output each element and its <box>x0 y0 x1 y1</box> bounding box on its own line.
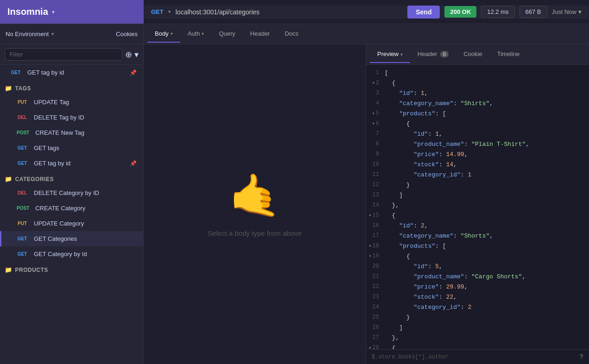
method-badge: GET <box>14 160 30 167</box>
add-button[interactable]: ⊕ ▾ <box>125 50 139 60</box>
code-line: 13 ] <box>366 191 589 201</box>
tab-preview[interactable]: Preview ▾ <box>370 46 410 63</box>
tab-header[interactable]: Header <box>243 25 278 43</box>
url-display[interactable]: localhost:3001/api/categories <box>176 8 403 16</box>
folder-icon: 📁 <box>5 85 13 92</box>
env-bar: No Environment ▾ Cookies <box>0 24 143 44</box>
app-chevron[interactable]: ▾ <box>52 9 55 15</box>
timestamp: Just Now ▾ <box>552 8 582 15</box>
panels: 🤙 Select a body type from above Preview … <box>144 44 589 364</box>
section-tags[interactable]: 📁 TAGS <box>0 80 143 94</box>
code-line: 9 "price": 14.99, <box>366 150 589 160</box>
tab-query[interactable]: Query <box>211 25 242 43</box>
code-line: 8 "product_name": "Plain T-Shirt", <box>366 140 589 150</box>
code-line: 25 } <box>366 313 589 323</box>
send-button[interactable]: Send <box>407 6 440 19</box>
tab-cookie[interactable]: Cookie <box>456 46 489 63</box>
sidebar-item-get-categories[interactable]: GET GET Categories <box>0 231 143 246</box>
pin-icon: 📌 <box>130 160 137 167</box>
filter-input[interactable] <box>5 48 122 61</box>
method-badge: PUT <box>14 99 30 106</box>
code-line: ▾18 "products": [ <box>366 242 589 252</box>
sidebar-item-get-category-id[interactable]: GET GET Category by Id <box>0 246 143 262</box>
method-badge: DEL <box>14 114 30 121</box>
tab-resp-header[interactable]: Header 6 <box>410 46 456 63</box>
help-icon[interactable]: ? <box>580 353 583 361</box>
code-line: 12 } <box>366 181 589 191</box>
section-products[interactable]: 📁 PRODUCTS <box>0 262 143 276</box>
status-badge: 200 OK <box>444 6 476 18</box>
request-tabs: Body ▾ Auth ▾ Query Header Docs <box>144 24 589 44</box>
bottom-bar: $.store.books[*].author ? <box>366 349 589 364</box>
request-bar: GET ▾ localhost:3001/api/categories Send… <box>144 6 589 19</box>
code-line: 20 "id": 5, <box>366 262 589 272</box>
tab-body[interactable]: Body ▾ <box>147 25 180 43</box>
sidebar-item-label: GET Category by Id <box>34 251 87 257</box>
sidebar-item-label: GET Categories <box>34 235 77 242</box>
sidebar-item-get-tags[interactable]: GET GET tags <box>0 140 143 156</box>
section-categories[interactable]: 📁 CATEGORIES <box>0 171 143 185</box>
sidebar-item-label: UPDATE Category <box>34 220 84 227</box>
tab-timeline[interactable]: Timeline <box>490 46 527 63</box>
section-label: TAGS <box>15 85 31 92</box>
method-chevron[interactable]: ▾ <box>168 9 171 15</box>
folder-icon: 📁 <box>5 266 13 273</box>
code-line: 21 "product_name": "Cargo Shorts", <box>366 272 589 282</box>
method-badge: POST <box>14 205 32 212</box>
sidebar-item-create-tag[interactable]: POST CREATE New Tag <box>0 125 143 140</box>
method-badge: PUT <box>14 220 30 227</box>
method-badge: GET <box>14 144 30 151</box>
code-line: ▾2 { <box>366 79 589 89</box>
method-badge: GET <box>8 69 24 76</box>
code-line: 17 "category_name": "Shorts", <box>366 232 589 242</box>
method-badge: POST <box>14 129 32 136</box>
sidebar-item-label: CREATE Category <box>35 205 85 212</box>
response-tabs: Preview ▾ Header 6 Cookie Timeline <box>366 44 589 65</box>
code-line: 4 "category_name": "Shirts", <box>366 99 589 109</box>
size-stat: 667 B <box>519 6 547 18</box>
sidebar: No Environment ▾ Cookies ⊕ ▾ GET GET tag… <box>0 24 144 364</box>
code-line: ▾28 { <box>366 344 589 349</box>
time-stat: 12.2 ms <box>481 6 514 18</box>
code-line: ▾19 { <box>366 252 589 262</box>
code-line: 16 "id": 2, <box>366 221 589 232</box>
sidebar-item-get-tag-pinned[interactable]: GET GET tag by id 📌 <box>0 65 143 80</box>
right-panel: Body ▾ Auth ▾ Query Header Docs 🤙 Select <box>144 24 589 364</box>
tab-auth[interactable]: Auth ▾ <box>180 25 212 43</box>
sidebar-item-label: GET tag by id <box>27 69 64 76</box>
code-line: 22 "price": 29.99, <box>366 282 589 293</box>
code-line: 27 }, <box>366 333 589 344</box>
code-line: 7 "id": 1, <box>366 130 589 140</box>
code-line: 1 [ <box>366 69 589 79</box>
method-badge: GET <box>14 251 30 257</box>
request-body-panel: 🤙 Select a body type from above <box>144 44 366 364</box>
environment-selector[interactable]: No Environment ▾ <box>6 31 54 38</box>
sidebar-item-delete-category[interactable]: DEL DELETE Category by ID <box>0 185 143 201</box>
sidebar-item-update-category[interactable]: PUT UPDATE Category <box>0 216 143 231</box>
sidebar-item-label: UPDATE Tag <box>34 99 69 106</box>
main-content: No Environment ▾ Cookies ⊕ ▾ GET GET tag… <box>0 24 589 364</box>
code-line: ▾5 "products": [ <box>366 109 589 119</box>
app-header: Insomnia ▾ <box>0 0 144 24</box>
code-line: 23 "stock": 22, <box>366 293 589 303</box>
sidebar-item-delete-tag[interactable]: DEL DELETE Tag by ID <box>0 110 143 125</box>
app-title: Insomnia <box>7 6 48 17</box>
request-method[interactable]: GET <box>151 8 164 15</box>
sidebar-item-label: DELETE Tag by ID <box>34 114 84 121</box>
code-line: 3 "id": 1, <box>366 89 589 99</box>
sidebar-item-label: DELETE Category by ID <box>34 189 99 196</box>
sidebar-item-label: CREATE New Tag <box>35 129 84 136</box>
tab-docs[interactable]: Docs <box>277 25 306 43</box>
method-badge: DEL <box>14 189 30 196</box>
code-line: ▾6 { <box>366 119 589 130</box>
sidebar-item-update-tag[interactable]: PUT UPDATE Tag <box>0 94 143 110</box>
sidebar-item-create-category[interactable]: POST CREATE Category <box>0 201 143 216</box>
cookies-button[interactable]: Cookies <box>116 31 138 38</box>
sidebar-item-get-tag-id[interactable]: GET GET tag by id 📌 <box>0 156 143 171</box>
code-line: 24 "category_id": 2 <box>366 303 589 313</box>
section-label: PRODUCTS <box>15 267 48 273</box>
code-line: 10 "stock": 14, <box>366 160 589 170</box>
response-panel: Preview ▾ Header 6 Cookie Timeline 1 [ <box>366 44 589 364</box>
filter-bar: ⊕ ▾ <box>0 44 143 65</box>
method-badge: GET <box>14 235 30 242</box>
